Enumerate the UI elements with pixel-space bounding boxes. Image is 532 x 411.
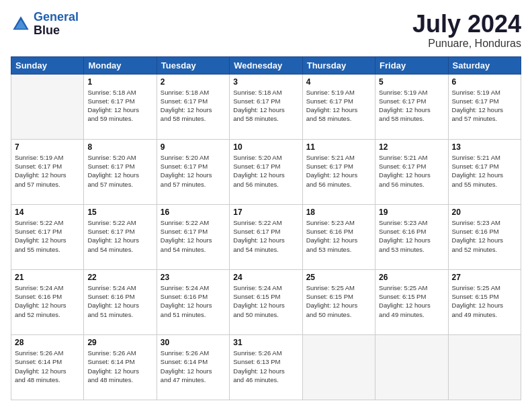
day-info: Sunrise: 5:19 AM Sunset: 6:17 PM Dayligh… [15, 153, 80, 189]
day-number: 3 [233, 77, 298, 87]
day-number: 18 [306, 208, 371, 217]
calendar-cell: 2Sunrise: 5:18 AM Sunset: 6:17 PM Daylig… [157, 74, 229, 139]
day-info: Sunrise: 5:24 AM Sunset: 6:16 PM Dayligh… [87, 283, 152, 319]
logo-text: General Blue [34, 11, 79, 38]
calendar-cell: 21Sunrise: 5:24 AM Sunset: 6:16 PM Dayli… [11, 269, 84, 334]
day-number: 27 [452, 273, 517, 282]
day-info: Sunrise: 5:25 AM Sunset: 6:15 PM Dayligh… [306, 283, 371, 319]
calendar-table: SundayMondayTuesdayWednesdayThursdayFrid… [11, 56, 521, 400]
day-info: Sunrise: 5:22 AM Sunset: 6:17 PM Dayligh… [15, 218, 80, 254]
day-number: 25 [306, 273, 371, 282]
calendar-cell: 8Sunrise: 5:20 AM Sunset: 6:17 PM Daylig… [84, 139, 157, 204]
calendar-cell: 25Sunrise: 5:25 AM Sunset: 6:15 PM Dayli… [302, 269, 375, 334]
day-info: Sunrise: 5:24 AM Sunset: 6:15 PM Dayligh… [233, 283, 298, 319]
calendar-cell: 18Sunrise: 5:23 AM Sunset: 6:16 PM Dayli… [302, 204, 375, 269]
day-number: 19 [379, 208, 444, 217]
day-info: Sunrise: 5:26 AM Sunset: 6:14 PM Dayligh… [15, 349, 80, 384]
header: General Blue July 2024 Punuare, Honduras [11, 11, 521, 50]
day-info: Sunrise: 5:19 AM Sunset: 6:17 PM Dayligh… [452, 88, 517, 124]
calendar-cell: 27Sunrise: 5:25 AM Sunset: 6:15 PM Dayli… [448, 269, 521, 334]
calendar-cell: 15Sunrise: 5:22 AM Sunset: 6:17 PM Dayli… [84, 204, 157, 269]
calendar-cell: 1Sunrise: 5:18 AM Sunset: 6:17 PM Daylig… [84, 74, 157, 139]
calendar-cell: 6Sunrise: 5:19 AM Sunset: 6:17 PM Daylig… [448, 74, 521, 139]
calendar-week-5: 28Sunrise: 5:26 AM Sunset: 6:14 PM Dayli… [11, 334, 521, 400]
day-number: 8 [87, 142, 152, 152]
calendar-cell: 30Sunrise: 5:26 AM Sunset: 6:14 PM Dayli… [157, 334, 229, 400]
calendar-cell: 11Sunrise: 5:21 AM Sunset: 6:17 PM Dayli… [302, 139, 375, 204]
day-info: Sunrise: 5:21 AM Sunset: 6:17 PM Dayligh… [452, 153, 517, 189]
day-number: 1 [87, 77, 152, 87]
day-info: Sunrise: 5:21 AM Sunset: 6:17 PM Dayligh… [379, 153, 444, 189]
title-block: July 2024 Punuare, Honduras [412, 11, 521, 50]
calendar-cell: 4Sunrise: 5:19 AM Sunset: 6:17 PM Daylig… [302, 74, 375, 139]
day-number: 14 [15, 208, 80, 217]
calendar-cell: 7Sunrise: 5:19 AM Sunset: 6:17 PM Daylig… [11, 139, 84, 204]
calendar-cell [448, 334, 521, 400]
day-number: 24 [233, 273, 298, 282]
day-number: 7 [15, 142, 80, 152]
calendar-cell: 16Sunrise: 5:22 AM Sunset: 6:17 PM Dayli… [157, 204, 229, 269]
calendar-cell: 5Sunrise: 5:19 AM Sunset: 6:17 PM Daylig… [375, 74, 448, 139]
day-info: Sunrise: 5:20 AM Sunset: 6:17 PM Dayligh… [87, 153, 152, 189]
logo-line2: Blue [34, 24, 79, 38]
day-info: Sunrise: 5:24 AM Sunset: 6:16 PM Dayligh… [161, 283, 226, 319]
day-info: Sunrise: 5:20 AM Sunset: 6:17 PM Dayligh… [233, 153, 298, 189]
calendar-cell: 24Sunrise: 5:24 AM Sunset: 6:15 PM Dayli… [230, 269, 302, 334]
day-header-sunday: Sunday [11, 56, 84, 74]
calendar-cell: 14Sunrise: 5:22 AM Sunset: 6:17 PM Dayli… [11, 204, 84, 269]
day-number: 29 [87, 338, 152, 347]
day-header-wednesday: Wednesday [230, 56, 302, 74]
day-info: Sunrise: 5:26 AM Sunset: 6:13 PM Dayligh… [233, 349, 298, 384]
calendar-cell: 10Sunrise: 5:20 AM Sunset: 6:17 PM Dayli… [230, 139, 302, 204]
calendar-cell: 19Sunrise: 5:23 AM Sunset: 6:16 PM Dayli… [375, 204, 448, 269]
day-info: Sunrise: 5:23 AM Sunset: 6:16 PM Dayligh… [306, 218, 371, 254]
logo-line1: General [34, 10, 79, 24]
day-number: 23 [161, 273, 226, 282]
calendar-cell: 29Sunrise: 5:26 AM Sunset: 6:14 PM Dayli… [84, 334, 157, 400]
calendar-cell [11, 74, 84, 139]
calendar-week-1: 1Sunrise: 5:18 AM Sunset: 6:17 PM Daylig… [11, 74, 521, 139]
page: General Blue July 2024 Punuare, Honduras… [0, 0, 532, 411]
calendar-cell: 26Sunrise: 5:25 AM Sunset: 6:15 PM Dayli… [375, 269, 448, 334]
day-header-saturday: Saturday [448, 56, 521, 74]
day-info: Sunrise: 5:21 AM Sunset: 6:17 PM Dayligh… [306, 153, 371, 189]
calendar-cell [375, 334, 448, 400]
calendar-cell: 23Sunrise: 5:24 AM Sunset: 6:16 PM Dayli… [157, 269, 229, 334]
day-info: Sunrise: 5:22 AM Sunset: 6:17 PM Dayligh… [233, 218, 298, 254]
calendar-week-4: 21Sunrise: 5:24 AM Sunset: 6:16 PM Dayli… [11, 269, 521, 334]
day-info: Sunrise: 5:25 AM Sunset: 6:15 PM Dayligh… [379, 283, 444, 319]
day-info: Sunrise: 5:26 AM Sunset: 6:14 PM Dayligh… [161, 349, 226, 384]
day-header-monday: Monday [84, 56, 157, 74]
day-number: 20 [452, 208, 517, 217]
calendar-week-3: 14Sunrise: 5:22 AM Sunset: 6:17 PM Dayli… [11, 204, 521, 269]
day-number: 17 [233, 208, 298, 217]
day-info: Sunrise: 5:19 AM Sunset: 6:17 PM Dayligh… [379, 88, 444, 124]
calendar-cell: 22Sunrise: 5:24 AM Sunset: 6:16 PM Dayli… [84, 269, 157, 334]
calendar-cell: 17Sunrise: 5:22 AM Sunset: 6:17 PM Dayli… [230, 204, 302, 269]
logo: General Blue [11, 11, 79, 38]
day-info: Sunrise: 5:23 AM Sunset: 6:16 PM Dayligh… [379, 218, 444, 254]
day-number: 9 [161, 142, 226, 152]
calendar-cell: 12Sunrise: 5:21 AM Sunset: 6:17 PM Dayli… [375, 139, 448, 204]
day-header-tuesday: Tuesday [157, 56, 229, 74]
day-number: 31 [233, 338, 298, 347]
calendar-cell [302, 334, 375, 400]
calendar-cell: 13Sunrise: 5:21 AM Sunset: 6:17 PM Dayli… [448, 139, 521, 204]
day-number: 30 [161, 338, 226, 347]
day-info: Sunrise: 5:24 AM Sunset: 6:16 PM Dayligh… [15, 283, 80, 319]
day-number: 10 [233, 142, 298, 152]
day-number: 16 [161, 208, 226, 217]
day-number: 11 [306, 142, 371, 152]
day-info: Sunrise: 5:22 AM Sunset: 6:17 PM Dayligh… [161, 218, 226, 254]
day-number: 15 [87, 208, 152, 217]
calendar-week-2: 7Sunrise: 5:19 AM Sunset: 6:17 PM Daylig… [11, 139, 521, 204]
calendar-cell: 31Sunrise: 5:26 AM Sunset: 6:13 PM Dayli… [230, 334, 302, 400]
logo-icon [11, 14, 31, 34]
day-header-thursday: Thursday [302, 56, 375, 74]
month-year: July 2024 [412, 11, 521, 38]
day-header-friday: Friday [375, 56, 448, 74]
day-info: Sunrise: 5:18 AM Sunset: 6:17 PM Dayligh… [161, 88, 226, 124]
calendar-cell: 3Sunrise: 5:18 AM Sunset: 6:17 PM Daylig… [230, 74, 302, 139]
day-info: Sunrise: 5:18 AM Sunset: 6:17 PM Dayligh… [233, 88, 298, 124]
day-number: 2 [161, 77, 226, 87]
